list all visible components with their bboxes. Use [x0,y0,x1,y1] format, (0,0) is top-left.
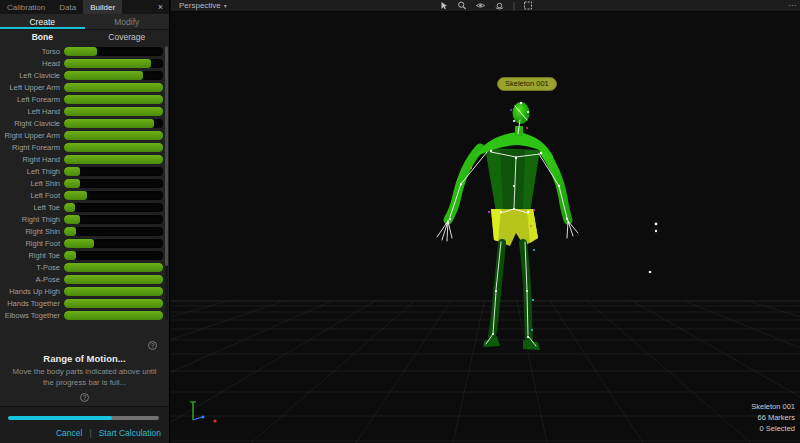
start-calculation-button[interactable]: Start Calculation [99,428,161,438]
tab-modify[interactable]: Modify [85,14,170,29]
scene-canvas[interactable] [171,0,800,443]
bone-progress-fill [64,107,163,116]
bone-row: Left Shin [0,177,163,189]
bone-progress-fill [64,71,143,80]
bone-label: Left Upper Arm [0,83,64,92]
bone-row: Right Forearm [0,141,163,153]
bone-progress-bar [64,179,163,188]
bone-progress-fill [64,227,76,236]
bone-row: Left Clavicle [0,69,163,81]
bone-label: Right Thigh [0,215,64,224]
skeleton-name-tag[interactable]: Skeleton 001 [497,77,557,91]
bone-progress-fill [64,275,163,284]
bone-label: Right Clavicle [0,119,64,128]
bone-progress-bar [64,71,163,80]
help-icon[interactable]: ? [148,341,157,350]
bone-progress-bar [64,263,163,272]
bone-label: Hands Together [0,299,64,308]
bone-progress-bar [64,95,163,104]
tab-create[interactable]: Create [0,14,85,29]
bone-progress-bar [64,143,163,152]
bone-label: T-Pose [0,263,64,272]
floor-grid [171,226,800,443]
bone-label: Left Shin [0,179,64,188]
bone-progress-fill [64,239,94,248]
panel-footer: Cancel | Start Calculation [0,406,169,443]
bone-progress-bar [64,275,163,284]
bone-progress-fill [64,95,163,104]
bone-row: A-Pose [0,273,163,285]
bone-progress-bar [64,59,163,68]
bone-progress-bar [64,299,163,308]
bone-row: Left Forearm [0,93,163,105]
bone-label: Elbows Together [0,311,64,320]
bone-label: Right Upper Arm [0,131,64,140]
bone-progress-bar [64,119,163,128]
panel-scrollbar[interactable] [165,46,168,320]
tab-coverage[interactable]: Coverage [85,32,170,42]
bone-progress-fill [64,179,80,188]
visibility-eye-icon[interactable] [475,1,485,10]
bone-row: Left Upper Arm [0,81,163,93]
bone-progress-fill [64,263,163,272]
selection-status: Skeleton 001 66 Markers 0 Selected [751,401,795,434]
close-icon[interactable]: × [152,0,169,14]
bone-progress-fill [64,119,154,128]
bone-label: Left Foot [0,191,64,200]
tab-builder[interactable]: Builder [83,0,122,14]
orbit-camera-icon[interactable] [494,1,504,10]
bone-row: Left Hand [0,105,163,117]
select-cursor-icon[interactable] [439,1,448,10]
cancel-button[interactable]: Cancel [56,428,82,438]
bone-row: Hands Together [0,297,163,309]
scrollbar-thumb[interactable] [165,46,168,266]
bone-progress-bar [64,167,163,176]
bone-list: Torso Head Left Clavicle Left Up [0,45,163,321]
rom-description: Move the body parts indicated above unti… [0,364,169,388]
bone-progress-bar [64,311,163,320]
bone-progress-bar [64,215,163,224]
bone-row: Right Foot [0,237,163,249]
bone-row: Left Thigh [0,165,163,177]
bone-progress-bar [64,47,163,56]
bone-progress-fill [64,287,163,296]
builder-panel: Calibration Data Builder × Create Modify… [0,0,170,443]
marquee-select-icon[interactable] [523,1,532,10]
zoom-tool-icon[interactable] [457,1,466,10]
axis-gizmo [190,402,217,423]
tab-calibration[interactable]: Calibration [0,0,52,14]
bone-label: Right Foot [0,239,64,248]
bone-progress-bar [64,107,163,116]
rom-progress-fill [8,416,112,420]
more-options-icon[interactable]: ⋯ [788,0,795,11]
range-of-motion-section: Range of Motion... Move the body parts i… [0,353,169,402]
3d-viewport[interactable]: Perspective ▾ [171,0,800,443]
bone-progress-bar [64,83,163,92]
bone-label: Left Hand [0,107,64,116]
bone-progress-fill [64,215,80,224]
bone-progress-fill [64,251,76,260]
viewport-tools [439,0,532,11]
marker-dots[interactable] [649,223,658,274]
tab-data[interactable]: Data [52,0,83,14]
bone-label: Left Thigh [0,167,64,176]
bone-progress-fill [64,191,87,200]
bone-progress-fill [64,143,163,152]
bone-progress-bar [64,203,163,212]
skeleton-figure[interactable] [437,102,578,350]
rom-progress-bar [8,416,159,420]
status-marker-count: 66 Markers [751,412,795,423]
bone-label: Right Shin [0,227,64,236]
bone-progress-bar [64,191,163,200]
bone-row: Right Hand [0,153,163,165]
bone-row: Torso [0,45,163,57]
bone-progress-fill [64,299,163,308]
bone-progress-fill [64,167,80,176]
tab-bone[interactable]: Bone [0,32,85,42]
camera-view-dropdown[interactable]: Perspective ▾ [171,1,227,10]
toolbar-divider [513,2,514,10]
bone-coverage-tabs: Bone Coverage [0,30,169,44]
bone-row: Hands Up High [0,285,163,297]
rom-help-icon[interactable]: ? [80,393,89,402]
bone-progress-bar [64,131,163,140]
